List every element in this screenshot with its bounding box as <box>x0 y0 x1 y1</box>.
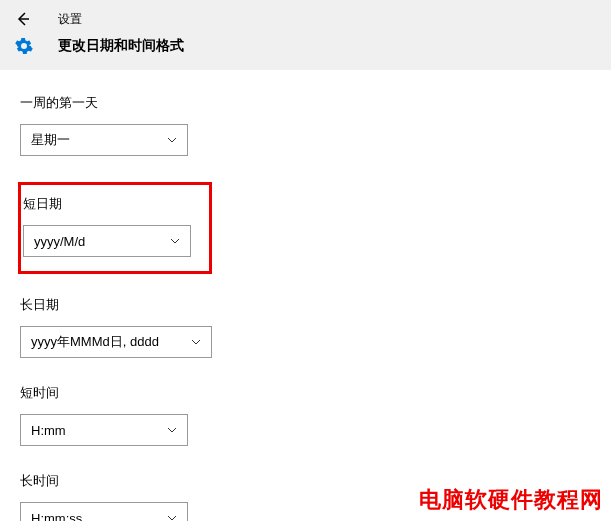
gear-icon <box>14 36 34 56</box>
short-date-value: yyyy/M/d <box>34 234 85 249</box>
header-top: 设置 <box>0 0 611 30</box>
long-date-dropdown[interactable]: yyyy年MMMd日, dddd <box>20 326 212 358</box>
chevron-down-icon <box>191 337 201 347</box>
first-day-value: 星期一 <box>31 131 70 149</box>
watermark: 电脑软硬件教程网 <box>419 485 603 515</box>
short-date-dropdown[interactable]: yyyy/M/d <box>23 225 191 257</box>
long-date-label: 长日期 <box>20 296 591 314</box>
chevron-down-icon <box>167 135 177 145</box>
short-time-label: 短时间 <box>20 384 591 402</box>
long-time-value: H:mm:ss <box>31 511 82 522</box>
short-time-value: H:mm <box>31 423 66 438</box>
short-date-label: 短日期 <box>23 195 191 213</box>
first-day-group: 一周的第一天 星期一 <box>20 94 591 156</box>
long-time-dropdown[interactable]: H:mm:ss <box>20 502 188 521</box>
short-time-group: 短时间 H:mm <box>20 384 591 446</box>
long-date-group: 长日期 yyyy年MMMd日, dddd <box>20 296 591 358</box>
short-time-dropdown[interactable]: H:mm <box>20 414 188 446</box>
page-title: 更改日期和时间格式 <box>58 37 184 55</box>
back-arrow-icon[interactable] <box>14 10 32 28</box>
chevron-down-icon <box>167 513 177 521</box>
first-day-label: 一周的第一天 <box>20 94 591 112</box>
breadcrumb: 设置 <box>58 11 82 28</box>
header: 设置 更改日期和时间格式 <box>0 0 611 70</box>
content: 一周的第一天 星期一 短日期 yyyy/M/d 长日期 yyyy年MMMd日, … <box>0 70 611 521</box>
chevron-down-icon <box>170 236 180 246</box>
first-day-dropdown[interactable]: 星期一 <box>20 124 188 156</box>
header-title-row: 更改日期和时间格式 <box>0 30 611 64</box>
long-date-value: yyyy年MMMd日, dddd <box>31 333 159 351</box>
chevron-down-icon <box>167 425 177 435</box>
short-date-highlight: 短日期 yyyy/M/d <box>18 182 212 274</box>
